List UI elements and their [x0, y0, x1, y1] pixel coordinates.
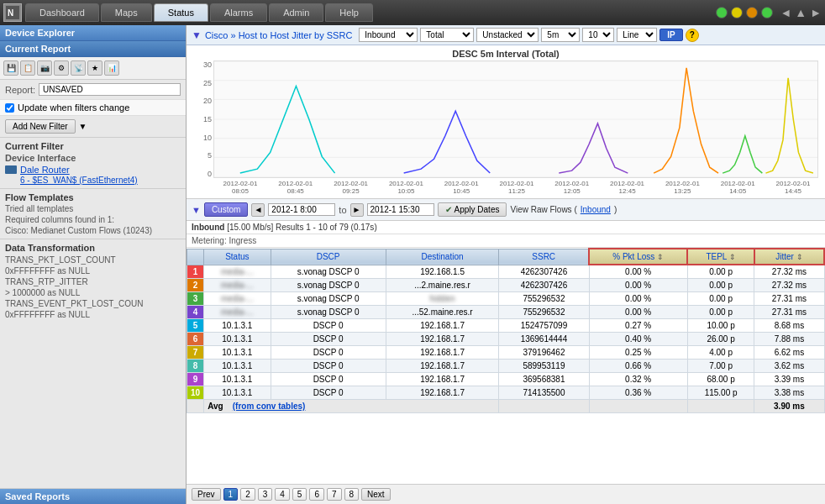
col-header-dscp[interactable]: DSCP — [271, 249, 386, 265]
page-7-button[interactable]: 7 — [327, 488, 342, 501]
page-6-button[interactable]: 6 — [309, 488, 324, 501]
camera-icon[interactable]: 📷 — [37, 60, 52, 76]
page-2-button[interactable]: 2 — [240, 488, 255, 501]
row-status: 10.1.3.1 — [204, 360, 271, 373]
rss-icon[interactable]: 📡 — [71, 60, 86, 76]
add-filter-row: Add New Filter ▼ — [0, 116, 186, 138]
update-checkbox[interactable] — [5, 103, 14, 113]
sort-icon-tepl: ⇕ — [729, 253, 736, 261]
time-forward-button[interactable]: ► — [350, 203, 364, 217]
nav-tab-help[interactable]: Help — [325, 3, 373, 22]
chart-type-select[interactable]: Line Bar Area — [617, 28, 657, 42]
required-cols-text: Required columns found in 1: — [5, 215, 181, 224]
top-nav-bar: N Dashboard Maps Status Alarms Admin Hel… — [0, 0, 825, 25]
from-date-input[interactable] — [268, 203, 335, 216]
table-row: 810.1.3.1DSCP 0192.168.1.75899531190.66 … — [187, 360, 825, 373]
raw-flows-link[interactable]: Inbound — [581, 205, 611, 214]
nav-tab-dashboard[interactable]: Dashboard — [25, 3, 99, 22]
next-button[interactable]: Next — [361, 488, 391, 501]
row-status: media-... — [204, 306, 271, 319]
metering-text: Metering: Ingress — [192, 236, 256, 245]
nav-tab-admin[interactable]: Admin — [269, 3, 323, 22]
direction-select[interactable]: Inbound Outbound — [359, 28, 418, 42]
avg-conv-link[interactable]: (from conv tables) — [233, 402, 306, 411]
star-icon[interactable]: ★ — [87, 60, 102, 76]
device-interface-link[interactable]: 6 - $ES_WAN$ (FastEthernet4) — [5, 176, 181, 185]
page-1-button[interactable]: 1 — [223, 488, 239, 501]
gear-icon[interactable]: ⚙ — [54, 60, 69, 76]
table-header-row: Status DSCP Destination SSRC % Pkt Loss … — [187, 249, 825, 265]
count-select[interactable]: 5 10 20 — [582, 28, 614, 42]
saved-reports-header[interactable]: Saved Reports — [0, 489, 186, 504]
to-label: to — [339, 205, 346, 215]
row-destination: 192.168.1.7 — [386, 373, 499, 386]
interval-select[interactable]: 1m 5m 10m — [541, 28, 580, 42]
data-transform-section: Data Transformation TRANS_PKT_LOST_COUNT… — [0, 239, 186, 489]
add-filter-button[interactable]: Add New Filter — [5, 119, 76, 134]
col-header-pkt-loss[interactable]: % Pkt Loss ⇕ — [589, 249, 687, 265]
col-header-num — [187, 249, 204, 265]
nav-tab-maps[interactable]: Maps — [101, 3, 152, 22]
page-3-button[interactable]: 3 — [258, 488, 273, 501]
page-5-button[interactable]: 5 — [292, 488, 307, 501]
row-number-10: 10 — [187, 386, 204, 400]
total-select[interactable]: Total Average — [420, 28, 474, 42]
y-label-0: 0 — [193, 170, 212, 178]
data-table-container[interactable]: Status DSCP Destination SSRC % Pkt Loss … — [187, 248, 825, 484]
copy-icon[interactable]: 📋 — [20, 60, 35, 76]
device-icon — [5, 165, 17, 174]
indicator-3 — [746, 7, 758, 18]
avg-label: Avg (from conv tables) — [204, 400, 499, 413]
breadcrumb-arrow[interactable]: ▼ — [192, 29, 202, 41]
col-header-tepl[interactable]: TEPL ⇕ — [687, 249, 754, 265]
report-label: Report: — [5, 85, 35, 95]
row-dscp: DSCP 0 — [271, 373, 386, 386]
sort-icon-pktloss: ⇕ — [657, 253, 664, 261]
breadcrumb-down-icon[interactable]: ▼ — [192, 205, 201, 215]
filter-dropdown-arrow[interactable]: ▼ — [79, 122, 87, 131]
x-label-3: 2012-02-0109:25 — [326, 180, 376, 195]
stack-select[interactable]: Unstacked Stacked — [476, 28, 539, 42]
transform-5: TRANS_EVENT_PKT_LOST_COUN — [5, 298, 181, 309]
chart-header: ▼ Cisco » Host to Host Jitter by SSRC In… — [187, 25, 825, 45]
device-name-link[interactable]: Dale Router — [20, 165, 70, 175]
results-end: 10 — [318, 223, 328, 232]
ip-button[interactable]: IP — [659, 29, 682, 41]
col-header-jitter[interactable]: Jitter ⇕ — [754, 249, 824, 265]
row-jitter: 27.32 ms — [754, 279, 824, 292]
forward-icon[interactable]: ► — [810, 6, 822, 19]
back-icon[interactable]: ◄ — [780, 6, 791, 19]
apply-dates-button[interactable]: ✔ Apply Dates — [438, 202, 507, 217]
y-label-10: 10 — [193, 134, 212, 142]
to-date-input[interactable] — [367, 203, 434, 216]
home-icon[interactable]: ▲ — [795, 6, 807, 19]
help-button[interactable]: ? — [686, 29, 699, 42]
avg-tepl — [687, 400, 754, 413]
row-pkt-loss: 0.00 % — [589, 306, 687, 319]
page-4-button[interactable]: 4 — [275, 488, 290, 501]
y-axis: 30 25 20 15 10 5 0 — [193, 60, 213, 178]
table-row: 3media-...s.vonag DSCP 0hidden7552965320… — [187, 292, 825, 306]
nav-tab-status[interactable]: Status — [154, 3, 208, 22]
device-interface-label: Device Interface — [5, 153, 181, 163]
page-8-button[interactable]: 8 — [344, 488, 360, 501]
col-header-destination[interactable]: Destination — [386, 249, 499, 265]
row-status: 10.1.3.1 — [204, 346, 271, 360]
col-header-ssrc[interactable]: SSRC — [499, 249, 589, 265]
breadcrumb-text: Cisco » Host to Host Jitter by SSRC — [205, 30, 352, 40]
custom-button[interactable]: Custom — [204, 202, 248, 217]
nav-arrows: ◄ ▲ ► — [780, 6, 822, 19]
save-icon[interactable]: 💾 — [3, 60, 18, 76]
y-label-25: 25 — [193, 79, 212, 87]
report-input[interactable] — [39, 83, 181, 96]
row-jitter: 3.39 ms — [754, 373, 824, 386]
time-back-button[interactable]: ◄ — [251, 203, 265, 217]
col-header-status[interactable]: Status — [204, 249, 271, 265]
prev-button[interactable]: Prev — [192, 488, 221, 501]
chart-icon[interactable]: 📊 — [104, 60, 119, 76]
row-destination: 192.168.1.7 — [386, 346, 499, 360]
nav-tab-alarms[interactable]: Alarms — [210, 3, 267, 22]
row-ssrc: 755296532 — [499, 306, 589, 319]
row-tepl: 115.00 p — [687, 386, 754, 400]
x-label-10: 2012-02-0114:05 — [712, 180, 763, 195]
